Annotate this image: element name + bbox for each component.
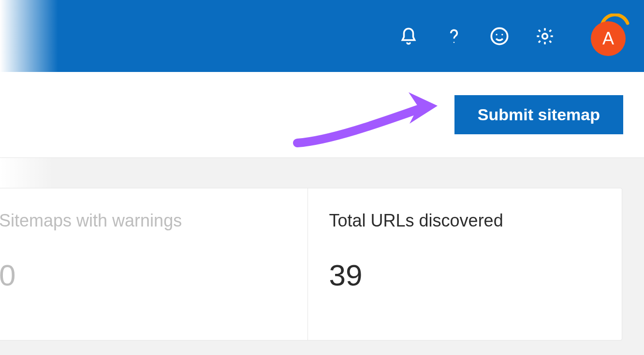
stats-panel: Sitemaps with warnings 0 Total URLs disc…: [0, 158, 644, 355]
stats-cards: Sitemaps with warnings 0 Total URLs disc…: [0, 188, 622, 341]
card-label: Total URLs discovered: [329, 211, 601, 231]
submit-sitemap-button[interactable]: Submit sitemap: [454, 95, 623, 134]
header-icons: A: [398, 16, 629, 56]
svg-point-3: [501, 34, 503, 35]
avatar-container: A: [590, 16, 629, 56]
svg-point-4: [542, 33, 548, 39]
card-value: 39: [329, 258, 601, 292]
svg-point-2: [496, 34, 498, 35]
card-value: 0: [0, 258, 286, 292]
svg-point-0: [454, 42, 455, 43]
top-header: A: [0, 0, 644, 72]
bell-icon[interactable]: [398, 26, 419, 46]
card-label: Sitemaps with warnings: [0, 211, 286, 231]
svg-point-1: [491, 28, 507, 44]
card-total-urls: Total URLs discovered 39: [307, 188, 622, 340]
smiley-icon[interactable]: [489, 26, 510, 46]
card-sitemaps-warnings: Sitemaps with warnings 0: [0, 188, 307, 340]
annotation-arrow-icon: [288, 83, 442, 150]
help-icon[interactable]: [444, 26, 464, 46]
submit-sitemap-label: Submit sitemap: [478, 105, 600, 124]
action-bar: Submit sitemap: [0, 72, 644, 158]
gear-icon[interactable]: [535, 26, 555, 46]
avatar-initial: A: [602, 28, 614, 49]
avatar[interactable]: A: [591, 21, 626, 56]
